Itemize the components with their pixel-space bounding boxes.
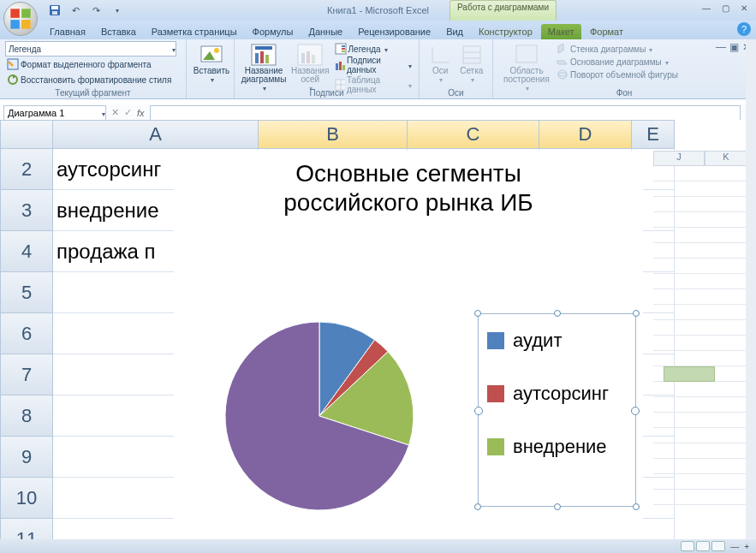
svg-rect-1 (21, 9, 30, 17)
vertical-scrollbar[interactable] (746, 39, 756, 539)
col-header-e[interactable]: E (632, 120, 675, 149)
chevron-down-icon (407, 61, 412, 70)
office-button[interactable] (3, 2, 38, 36)
select-all-corner[interactable] (0, 120, 53, 149)
tab-data[interactable]: Данные (301, 24, 349, 39)
tab-design[interactable]: Конструктор (472, 24, 539, 39)
rotation-3d-label: Поворот объемной фигуры (570, 70, 678, 80)
svg-rect-14 (255, 53, 259, 63)
tab-review[interactable]: Рецензирование (351, 24, 438, 39)
chart-title-line2: российского рынка ИБ (283, 189, 533, 216)
legend-label: Легенда (348, 45, 381, 54)
qat-customize-icon[interactable] (108, 3, 125, 18)
row-header-6[interactable]: 6 (0, 313, 53, 354)
redo-icon[interactable]: ↷ (87, 3, 104, 18)
legend-item-label: внедрение (513, 436, 607, 458)
doc-restore-button[interactable]: ▣ (729, 41, 739, 53)
chevron-down-icon (209, 75, 214, 84)
legend-swatch-icon (487, 332, 504, 349)
tab-page-layout[interactable]: Разметка страницы (145, 24, 244, 39)
legend-item-внедрение[interactable]: внедрение (479, 420, 635, 473)
col-header-j[interactable]: J (653, 151, 705, 166)
col-header-a[interactable]: A (53, 120, 259, 149)
tab-view[interactable]: Вид (439, 24, 470, 39)
row-header-5[interactable]: 5 (0, 272, 53, 313)
view-layout-button[interactable] (696, 541, 710, 551)
row-header-7[interactable]: 7 (0, 354, 53, 395)
legend-item-аутсорсинг[interactable]: аутсорсинг (479, 367, 635, 420)
svg-rect-20 (312, 55, 315, 63)
col-header-b[interactable]: B (259, 120, 408, 149)
status-bar: — + (0, 539, 756, 553)
svg-rect-27 (342, 65, 345, 70)
chart-element-picker[interactable]: Легенда (5, 41, 176, 56)
chart-floor-button: Основание диаграммы (555, 56, 680, 68)
row-header-3[interactable]: 3 (0, 190, 53, 231)
legend-button[interactable]: Легенда (333, 43, 414, 55)
reset-style-label: Восстановить форматирование стиля (21, 75, 171, 85)
highlighted-cell[interactable] (664, 366, 715, 382)
row-header-2[interactable]: 2 (0, 149, 53, 190)
tab-formulas[interactable]: Формулы (246, 24, 301, 39)
save-icon[interactable] (46, 3, 63, 18)
svg-rect-6 (52, 11, 57, 15)
chevron-down-icon (170, 45, 176, 54)
formula-input[interactable] (150, 105, 741, 121)
row-header-11[interactable]: 11 (0, 519, 53, 539)
zoom-out-button[interactable]: — (730, 542, 739, 551)
tab-format[interactable]: Формат (583, 24, 630, 39)
chart-tools-caption: Работа с диаграммами (449, 0, 557, 21)
row-header-4[interactable]: 4 (0, 231, 53, 272)
chart-object[interactable]: Основные сегменты российского рынка ИБ а… (174, 151, 643, 541)
data-labels-button[interactable]: Подписи данных (333, 56, 414, 74)
undo-icon[interactable]: ↶ (67, 3, 84, 18)
axis-titles-button: Названия осей (288, 41, 333, 94)
format-selection-button[interactable]: Формат выделенного фрагмента (5, 56, 181, 72)
doc-minimize-button[interactable]: — (716, 41, 726, 53)
axes-icon (428, 43, 452, 67)
view-pagebreak-button[interactable] (711, 541, 725, 551)
accept-formula-icon[interactable]: ✓ (124, 107, 132, 118)
cancel-formula-icon[interactable]: ✕ (111, 107, 119, 118)
svg-rect-19 (307, 51, 310, 63)
legend-item-label: аутсорсинг (513, 383, 609, 405)
zoom-in-button[interactable]: + (744, 542, 749, 551)
row-header-8[interactable]: 8 (0, 395, 53, 437)
legend-item-аудит[interactable]: аудит (479, 314, 635, 367)
col-header-c[interactable]: C (408, 120, 539, 149)
maximize-button[interactable]: ▢ (717, 2, 734, 14)
rotation-3d-button: Поворот объемной фигуры (555, 68, 680, 80)
rotation-3d-icon (557, 68, 568, 80)
chevron-down-icon (664, 57, 669, 67)
help-icon[interactable]: ? (737, 22, 751, 36)
pie-chart[interactable] (217, 313, 422, 522)
axis-titles-icon (296, 43, 324, 67)
close-button[interactable]: ✕ (735, 2, 753, 14)
svg-point-36 (558, 73, 567, 76)
tab-layout[interactable]: Макет (541, 24, 581, 39)
format-selection-icon (7, 58, 19, 70)
col-header-d[interactable]: D (539, 120, 632, 149)
name-box[interactable]: Диаграмма 1 (3, 105, 106, 121)
gridlines-label: Сетка (460, 67, 483, 75)
insert-button[interactable]: Вставить (192, 41, 231, 86)
chart-title-button[interactable]: Название диаграммы (240, 41, 288, 94)
svg-rect-13 (255, 46, 272, 50)
chart-wall-label: Стенка диаграммы (570, 45, 646, 54)
svg-rect-22 (342, 45, 345, 47)
chart-legend[interactable]: аудитаутсорсингвнедрение (478, 313, 636, 507)
minimize-button[interactable]: — (698, 2, 715, 14)
pie-svg (217, 313, 422, 519)
tab-home[interactable]: Главная (43, 24, 92, 39)
reset-style-button[interactable]: Восстановить форматирование стиля (5, 72, 181, 87)
col-header-k[interactable]: K (705, 151, 747, 166)
fx-icon[interactable]: fx (137, 108, 145, 118)
chart-title[interactable]: Основные сегменты российского рынка ИБ (174, 151, 643, 220)
view-normal-button[interactable] (681, 541, 694, 551)
office-logo-icon (9, 7, 33, 31)
svg-rect-0 (10, 9, 19, 17)
gridlines-button: Сетка (456, 41, 488, 86)
row-header-9[interactable]: 9 (0, 437, 53, 478)
tab-insert[interactable]: Вставка (94, 24, 143, 39)
row-header-10[interactable]: 10 (0, 478, 53, 519)
